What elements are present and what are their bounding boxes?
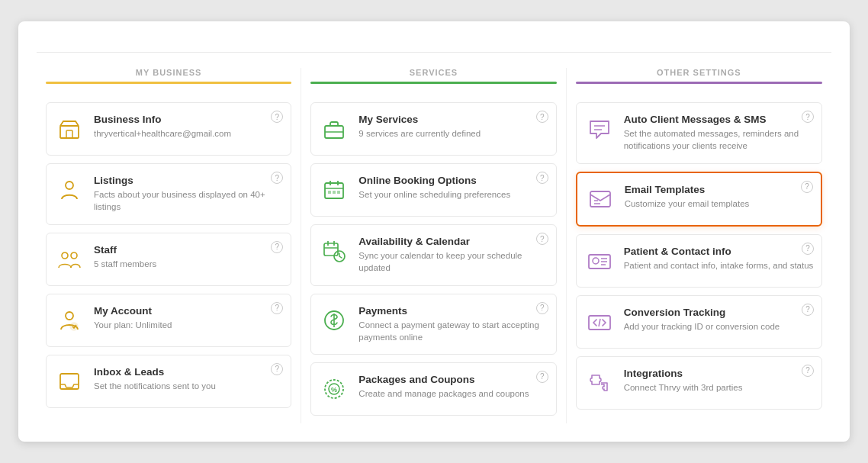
help-icon-online-booking[interactable]: ? [536,172,548,184]
card-listings[interactable]: ListingsFacts about your business displa… [46,163,291,224]
help-icon-staff[interactable]: ? [271,241,283,253]
svg-point-2 [66,182,73,189]
card-content-integrations: IntegrationsConnect Thrvy with 3rd parti… [624,368,814,394]
svg-point-6 [70,323,78,330]
person-icon [54,305,85,336]
help-icon-integrations[interactable]: ? [802,365,814,377]
group-icon [54,244,85,275]
calendar-grid-icon [319,175,349,205]
card-title-integrations: Integrations [624,368,814,379]
svg-rect-16 [337,191,340,194]
dollar-icon [319,305,349,336]
card-title-business-info: Business Info [94,114,283,125]
card-email-templates[interactable]: Email TemplatesCustomize your email temp… [576,172,822,227]
card-title-online-booking: Online Booking Options [358,175,548,186]
card-content-online-booking: Online Booking OptionsSet your online sc… [358,175,548,201]
card-desc-listings: Facts about your business displayed on 4… [94,188,283,213]
column-services: SERVICES My Services9 services are curre… [301,68,566,423]
help-icon-packages-coupons[interactable]: ? [536,371,548,383]
card-content-listings: ListingsFacts about your business displa… [94,175,283,213]
help-icon-payments[interactable]: ? [536,302,548,314]
svg-text:%: % [331,386,337,394]
code-tag-icon [584,307,615,337]
svg-point-3 [62,252,68,259]
svg-rect-17 [324,243,338,256]
help-icon-email-templates[interactable]: ? [801,181,813,193]
coupon-icon: % [319,374,349,404]
card-content-my-services: My Services9 services are currently defi… [358,114,548,140]
svg-point-32 [593,258,599,264]
card-desc-integrations: Connect Thrvy with 3rd parties [624,381,814,394]
card-my-account[interactable]: My AccountYour plan: Unlimited? [46,294,291,347]
card-content-conversion-tracking: Conversion TrackingAdd your tracking ID … [624,307,814,333]
card-title-patient-contact-info: Patient & Contact info [624,246,814,257]
card-content-my-account: My AccountYour plan: Unlimited [94,305,283,331]
card-title-conversion-tracking: Conversion Tracking [624,307,814,318]
card-content-staff: Staff5 staff members [94,244,283,270]
card-desc-email-templates: Customize your email templates [625,198,813,210]
puzzle-icon [584,368,615,398]
contact-card-icon [584,246,615,276]
inbox-icon [54,366,85,397]
card-patient-contact-info[interactable]: Patient & Contact infoPatient and contac… [576,234,822,288]
card-availability-calendar[interactable]: Availability & CalendarSync your calenda… [310,224,556,285]
card-payments[interactable]: PaymentsConnect a payment gateway to sta… [310,294,556,355]
svg-rect-0 [60,126,79,138]
page-title [37,40,831,53]
help-icon-inbox-leads[interactable]: ? [271,363,283,375]
card-desc-packages-coupons: Create and manage packages and coupons [358,387,548,400]
card-business-info[interactable]: Business Infothryvertical+healthcare@gma… [46,102,291,156]
calendar-clock-icon [319,236,349,266]
card-desc-auto-client-messages: Set the automated messages, reminders an… [624,127,814,152]
help-icon-patient-contact-info[interactable]: ? [802,243,814,255]
card-conversion-tracking[interactable]: Conversion TrackingAdd your tracking ID … [576,295,822,349]
card-auto-client-messages[interactable]: Auto Client Messages & SMSSet the automa… [576,102,822,163]
card-desc-my-services: 9 services are currently defined [358,127,548,140]
card-content-business-info: Business Infothryvertical+healthcare@gma… [94,114,283,140]
help-icon-my-account[interactable]: ? [271,302,283,314]
email-template-icon [585,184,616,214]
card-packages-coupons[interactable]: % Packages and CouponsCreate and manage … [310,362,556,416]
columns-wrapper: MY BUSINESS Business Infothryvertical+he… [37,68,831,423]
help-icon-my-services[interactable]: ? [536,111,548,123]
card-desc-availability-calendar: Sync your calendar to keep your schedule… [358,249,548,274]
card-content-packages-coupons: Packages and CouponsCreate and manage pa… [358,374,548,400]
card-integrations[interactable]: IntegrationsConnect Thrvy with 3rd parti… [576,356,822,410]
card-desc-business-info: thryvertical+healthcare@gmail.com [94,127,283,140]
card-desc-conversion-tracking: Add your tracking ID or conversion code [624,320,814,333]
card-desc-patient-contact-info: Patient and contact info, intake forms, … [624,259,814,272]
card-staff[interactable]: Staff5 staff members? [46,233,291,286]
card-inbox-leads[interactable]: Inbox & LeadsSet the notifications sent … [46,355,291,408]
card-content-inbox-leads: Inbox & LeadsSet the notifications sent … [94,366,283,392]
column-header-my-business: MY BUSINESS [46,68,291,92]
svg-point-5 [66,312,73,320]
card-title-staff: Staff [94,244,283,256]
svg-rect-28 [590,191,610,207]
card-desc-my-account: Your plan: Unlimited [94,319,283,331]
card-content-auto-client-messages: Auto Client Messages & SMSSet the automa… [624,114,814,152]
card-desc-payments: Connect a payment gateway to start accep… [358,319,548,343]
settings-container: MY BUSINESS Business Infothryvertical+he… [18,21,850,441]
svg-rect-15 [333,191,336,194]
card-content-email-templates: Email TemplatesCustomize your email temp… [625,184,813,210]
column-my-business: MY BUSINESS Business Infothryvertical+he… [37,68,301,423]
svg-rect-1 [66,130,72,138]
svg-rect-7 [60,374,79,389]
help-icon-availability-calendar[interactable]: ? [536,233,548,245]
card-online-booking[interactable]: Online Booking OptionsSet your online sc… [310,163,556,217]
card-title-auto-client-messages: Auto Client Messages & SMS [624,114,814,125]
card-title-listings: Listings [94,175,283,186]
card-my-services[interactable]: My Services9 services are currently defi… [310,102,556,156]
card-title-inbox-leads: Inbox & Leads [94,366,283,378]
column-header-services: SERVICES [310,68,556,92]
card-title-my-services: My Services [358,114,548,125]
help-icon-conversion-tracking[interactable]: ? [802,304,814,316]
svg-rect-14 [328,191,331,194]
chat-icon [584,114,615,144]
card-title-availability-calendar: Availability & Calendar [358,236,548,247]
card-content-payments: PaymentsConnect a payment gateway to sta… [358,305,548,343]
card-desc-inbox-leads: Set the notifications sent to you [94,380,283,392]
card-title-my-account: My Account [94,305,283,317]
card-title-payments: Payments [358,305,548,317]
card-title-packages-coupons: Packages and Coupons [358,374,548,385]
